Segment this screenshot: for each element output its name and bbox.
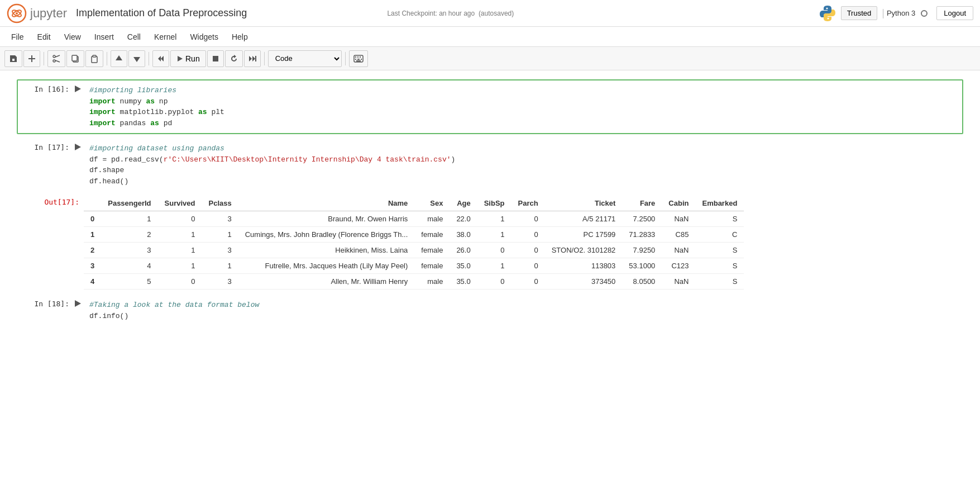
col-sibsp: SibSp <box>477 196 511 211</box>
cell-passengerid: 3 <box>101 243 157 258</box>
copy-button[interactable] <box>66 50 84 67</box>
cell-pclass: 1 <box>202 227 238 243</box>
output-17: Out[17]: PassengerId Survived Pclass Nam… <box>17 196 963 290</box>
cell-18-line-1: #Taking a look at the data format below <box>89 300 958 311</box>
svg-marker-33 <box>75 300 81 307</box>
save-button[interactable] <box>4 50 22 67</box>
col-passengerid: PassengerId <box>101 196 157 211</box>
cell-16: In [16]: #importing libraries import num… <box>17 79 963 134</box>
cell-16-content[interactable]: #importing libraries import numpy as np … <box>85 83 962 131</box>
cell-pclass: 3 <box>202 211 238 227</box>
topbar: jupyter Implementation of Data Preproces… <box>0 0 980 27</box>
move-up-button[interactable] <box>111 50 127 67</box>
cell-age: 26.0 <box>450 243 477 258</box>
cell-17-label: In [17]: <box>18 141 74 189</box>
stop-button[interactable] <box>207 50 224 67</box>
cell-17-line-2: df = pd.read_csv(r'C:\Users\KIIT\Desktop… <box>89 154 958 165</box>
svg-rect-27 <box>355 59 356 60</box>
cell-18-label: In [18]: <box>18 297 74 324</box>
cell-survived: 1 <box>158 258 202 274</box>
menu-cell[interactable]: Cell <box>121 29 147 45</box>
svg-rect-24 <box>355 56 356 58</box>
cell-name: Cumings, Mrs. John Bradley (Florence Bri… <box>238 227 415 243</box>
cell-17-content[interactable]: #importing dataset using pandas df = pd.… <box>85 141 962 189</box>
col-survived: Survived <box>158 196 202 211</box>
menu-edit[interactable]: Edit <box>31 29 58 45</box>
copy-icon <box>71 54 80 63</box>
svg-marker-32 <box>75 144 81 150</box>
cell-idx: 3 <box>84 258 101 274</box>
add-cell-button[interactable] <box>23 50 40 67</box>
cell-18-run-btn[interactable] <box>74 297 85 324</box>
cell-17-run-btn[interactable] <box>74 141 85 189</box>
trusted-button[interactable]: Trusted <box>841 6 878 20</box>
cell-18-content[interactable]: #Taking a look at the data format below … <box>85 297 962 324</box>
menu-file[interactable]: File <box>4 29 31 45</box>
move-down-button[interactable] <box>128 50 145 67</box>
cell-sibsp: 1 <box>477 258 511 274</box>
cell-embarked: S <box>695 258 744 274</box>
col-age: Age <box>450 196 477 211</box>
play-icon <box>176 55 183 62</box>
cell-survived: 0 <box>158 211 202 227</box>
jupyter-text: jupyter <box>30 6 67 21</box>
table-row: 0103Braund, Mr. Owen Harrismale22.010A/5… <box>84 211 744 227</box>
cell-passengerid: 2 <box>101 227 157 243</box>
cell-idx: 4 <box>84 274 101 290</box>
svg-rect-26 <box>360 56 361 58</box>
cell-embarked: S <box>695 274 744 290</box>
cell-age: 38.0 <box>450 227 477 243</box>
paste-button[interactable] <box>85 50 103 67</box>
output-17-content: PassengerId Survived Pclass Name Sex Age… <box>84 196 963 290</box>
cell-survived: 1 <box>158 227 202 243</box>
table-header-row: PassengerId Survived Pclass Name Sex Age… <box>84 196 744 211</box>
cell-passengerid: 4 <box>101 258 157 274</box>
cell-name: Futrelle, Mrs. Jacques Heath (Lily May P… <box>238 258 415 274</box>
run-button[interactable]: Run <box>170 50 206 67</box>
menu-view[interactable]: View <box>58 29 88 45</box>
checkpoint-info: Last Checkpoint: an hour ago (autosaved) <box>387 10 514 17</box>
restart-button[interactable] <box>225 50 243 67</box>
fast-forward-icon <box>248 55 256 63</box>
menu-insert[interactable]: Insert <box>88 29 121 45</box>
menu-help[interactable]: Help <box>225 29 255 45</box>
arrow-up-icon <box>115 55 123 63</box>
svg-rect-19 <box>213 56 218 61</box>
cut-button[interactable] <box>47 50 65 67</box>
cell-survived: 1 <box>158 243 202 258</box>
menu-kernel[interactable]: Kernel <box>147 29 183 45</box>
cell-cabin: NaN <box>662 243 695 258</box>
cell-16-line-3: import matplotlib.pyplot as plt <box>89 107 958 118</box>
run-all-button[interactable] <box>244 50 261 67</box>
col-pclass: Pclass <box>202 196 238 211</box>
logout-button[interactable]: Logout <box>936 6 973 20</box>
keyboard-button[interactable] <box>349 50 368 67</box>
run-prev-button[interactable] <box>152 50 169 67</box>
jupyter-logo: jupyter <box>7 3 67 23</box>
cell-idx: 1 <box>84 227 101 243</box>
col-name: Name <box>238 196 415 211</box>
run-cell-icon-17 <box>74 143 82 151</box>
cell-passengerid: 1 <box>101 211 157 227</box>
svg-point-6 <box>53 55 55 58</box>
save-icon <box>9 54 18 63</box>
svg-rect-22 <box>255 56 256 61</box>
svg-rect-29 <box>361 59 362 60</box>
col-parch: Parch <box>511 196 545 211</box>
cell-parch: 0 <box>511 211 545 227</box>
menu-widgets[interactable]: Widgets <box>183 29 225 45</box>
cell-17-line-4: df.head() <box>89 176 958 187</box>
cell-idx: 0 <box>84 211 101 227</box>
cell-16-run-btn[interactable] <box>74 83 85 131</box>
cell-idx: 2 <box>84 243 101 258</box>
cell-fare: 7.9250 <box>622 243 662 258</box>
python-logo-icon <box>819 4 836 22</box>
cell-type-select[interactable]: Code Markdown Raw NBConvert <box>268 50 342 67</box>
separator4 <box>264 52 265 65</box>
cell-name: Braund, Mr. Owen Harris <box>238 211 415 227</box>
cell-fare: 7.2500 <box>622 211 662 227</box>
separator2 <box>107 52 107 65</box>
svg-marker-31 <box>75 86 81 92</box>
python-indicator: Python 3 <box>887 9 928 17</box>
cell-pclass: 3 <box>202 243 238 258</box>
